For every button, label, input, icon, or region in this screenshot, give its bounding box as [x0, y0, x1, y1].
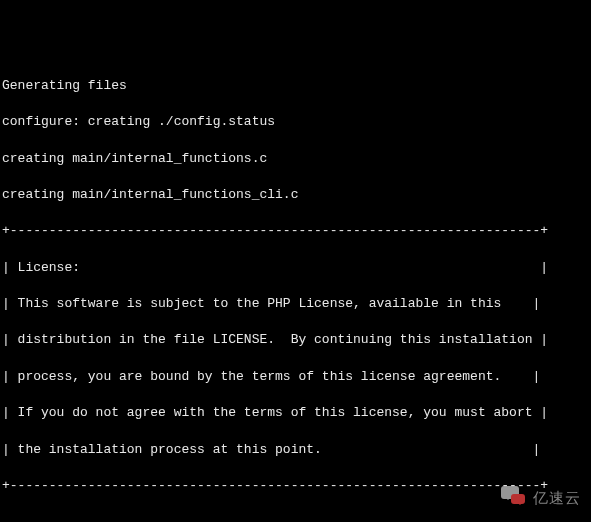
license-box-line: | distribution in the file LICENSE. By c… — [2, 331, 589, 349]
license-box-line: | the installation process at this point… — [2, 441, 589, 459]
watermark-text: 亿速云 — [533, 487, 581, 508]
watermark: 亿速云 — [499, 486, 581, 508]
license-box-line: | process, you are bound by the terms of… — [2, 368, 589, 386]
terminal-line: creating main/internal_functions_cli.c — [2, 186, 589, 204]
license-box-line: | This software is subject to the PHP Li… — [2, 295, 589, 313]
license-box-border: +---------------------------------------… — [2, 222, 589, 240]
terminal-line: configure: creating ./config.status — [2, 113, 589, 131]
terminal-line: Generating files — [2, 77, 589, 95]
chat-bubble-icon — [499, 486, 527, 508]
license-box-line: | License: | — [2, 259, 589, 277]
terminal-line: creating main/internal_functions.c — [2, 150, 589, 168]
license-box-line: | If you do not agree with the terms of … — [2, 404, 589, 422]
